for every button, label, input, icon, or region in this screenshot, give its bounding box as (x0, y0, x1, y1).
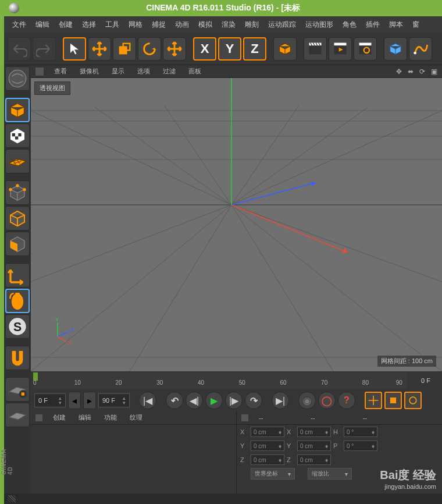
mat-menu-function[interactable]: 功能 (98, 411, 123, 424)
primitive-button[interactable] (384, 37, 407, 61)
viewport-nav-zoom-icon[interactable]: ⬌ (406, 67, 415, 76)
redo-button[interactable] (33, 37, 56, 61)
status-grip-icon[interactable] (8, 495, 16, 502)
render-view-button[interactable] (304, 37, 327, 61)
workplane2-button[interactable] (5, 403, 30, 427)
coord-system-button[interactable] (273, 37, 297, 61)
snap-s-button[interactable]: S (5, 314, 30, 339)
undo-button[interactable] (8, 37, 31, 61)
menu-window[interactable]: 窗 (408, 17, 424, 33)
timeline-ruler[interactable]: 0 10 20 30 40 50 60 70 80 90 (33, 372, 407, 389)
polygons-mode-button[interactable] (5, 232, 30, 256)
make-editable-button[interactable] (5, 66, 30, 91)
menu-sculpt[interactable]: 雕刻 (240, 17, 263, 33)
frame-start-input[interactable]: 0 F▴▾ (34, 393, 66, 407)
pos-y-input[interactable]: 0 cm♦ (251, 441, 284, 451)
menu-animate[interactable]: 动画 (170, 17, 194, 33)
y-axis-button[interactable]: Y (218, 37, 241, 61)
menu-plugins[interactable]: 插件 (361, 17, 384, 33)
edges-mode-button[interactable] (5, 206, 30, 230)
size-y-input[interactable]: 0 cm♦ (297, 441, 331, 451)
menu-mograph[interactable]: 运动图形 (301, 17, 338, 33)
goto-end-button[interactable]: ▶| (272, 392, 289, 409)
rot-h-label: H (333, 428, 341, 435)
svg-point-10 (414, 51, 416, 54)
viewport-grip-icon[interactable] (35, 68, 44, 76)
menu-tools[interactable]: 工具 (101, 17, 124, 33)
svg-line-52 (58, 336, 67, 342)
model-mode-button[interactable] (5, 98, 30, 122)
prev-frame-button[interactable]: ◀| (186, 392, 203, 409)
size-x-input[interactable]: 0 cm♦ (297, 427, 331, 437)
viewport-menu-view[interactable]: 查看 (48, 65, 73, 77)
key-pos-button[interactable] (365, 392, 382, 409)
x-axis-button[interactable]: X (193, 37, 216, 61)
pos-x-input[interactable]: 0 cm♦ (251, 427, 284, 437)
menu-simulate[interactable]: 模拟 (194, 17, 217, 33)
move-button[interactable] (88, 37, 111, 61)
spline-button[interactable] (409, 37, 432, 61)
menu-snap[interactable]: 捕捉 (147, 17, 170, 33)
last-tool-button[interactable] (163, 37, 186, 61)
svg-line-41 (231, 205, 442, 371)
key-scale-button[interactable] (384, 392, 402, 409)
frame-end-input[interactable]: 90 F▴▾ (98, 393, 130, 407)
viewport-menu-display[interactable]: 显示 (106, 65, 130, 77)
coord-system-dropdown[interactable]: 世界坐标▾ (251, 468, 295, 480)
workplane-button[interactable] (5, 149, 30, 173)
mat-menu-edit[interactable]: 编辑 (73, 411, 97, 424)
coord-z-label: Z (240, 456, 248, 463)
live-select-button[interactable] (63, 37, 86, 61)
size-z-input[interactable]: 0 cm♦ (297, 455, 331, 465)
mat-menu-create[interactable]: 创建 (47, 411, 72, 424)
z-axis-button[interactable]: Z (243, 37, 266, 61)
magnet-button[interactable] (5, 346, 30, 370)
viewport-menu-filter[interactable]: 过滤 (157, 65, 181, 77)
viewport-menu-cameras[interactable]: 摄像机 (74, 65, 105, 77)
rotate-button[interactable] (138, 37, 161, 61)
viewport-nav-move-icon[interactable]: ✥ (394, 67, 404, 76)
menu-character[interactable]: 角色 (338, 17, 361, 33)
key-rot-button[interactable] (404, 392, 422, 409)
range-next-button[interactable]: ▸ (83, 392, 96, 409)
menu-script[interactable]: 脚本 (384, 17, 408, 33)
rot-h-input[interactable]: 0 °♦ (344, 427, 377, 437)
points-mode-button[interactable] (5, 180, 30, 205)
rot-p-input[interactable]: 0 °♦ (344, 441, 377, 451)
next-frame-button[interactable]: |▶ (225, 392, 243, 409)
menu-file[interactable]: 文件 (8, 17, 31, 33)
rot-p-label: P (333, 442, 341, 449)
viewport-menu-options[interactable]: 选项 (131, 65, 156, 77)
render-pv-button[interactable] (329, 37, 352, 61)
scale-button[interactable] (113, 37, 136, 61)
menu-create[interactable]: 创建 (54, 17, 77, 33)
record-button[interactable]: ◉ (298, 392, 316, 409)
viewport-solo-button[interactable] (5, 289, 30, 313)
autokey-button[interactable]: ◯ (318, 392, 336, 409)
range-prev-button[interactable]: ◂ (68, 392, 81, 409)
scale-mode-dropdown[interactable]: 缩放比▾ (308, 468, 352, 480)
viewport-menu-panel[interactable]: 面板 (183, 65, 207, 77)
menu-select[interactable]: 选择 (77, 17, 101, 33)
menu-render[interactable]: 渲染 (217, 17, 240, 33)
viewport-3d[interactable]: 透视视图 Y Z X 网格间距 : 100 cm (31, 78, 442, 371)
menu-bar: 文件 编辑 创建 选择 工具 网格 捕捉 动画 模拟 渲染 雕刻 运动跟踪 运动… (4, 16, 442, 33)
mat-menu-texture[interactable]: 纹理 (124, 411, 148, 424)
panel-grip-icon[interactable] (241, 414, 248, 421)
play-button[interactable]: ▶ (205, 392, 223, 409)
locked-workplane-button[interactable] (5, 377, 30, 402)
texture-mode-button[interactable] (5, 123, 30, 148)
render-settings-button[interactable] (354, 37, 377, 61)
viewport-nav-rotate-icon[interactable]: ⟳ (418, 67, 427, 76)
goto-start-button[interactable]: |◀ (139, 392, 156, 409)
menu-mesh[interactable]: 网格 (124, 17, 147, 33)
axis-button[interactable] (5, 263, 30, 288)
viewport-toggle-icon[interactable]: ▣ (429, 67, 439, 76)
pos-z-input[interactable]: 0 cm♦ (251, 455, 284, 465)
next-key-button[interactable]: ↷ (245, 392, 262, 409)
menu-edit[interactable]: 编辑 (31, 17, 54, 33)
panel-grip-icon[interactable] (35, 414, 42, 421)
menu-tracker[interactable]: 运动跟踪 (263, 17, 301, 33)
prev-key-button[interactable]: ↶ (166, 392, 183, 409)
keyframe-options-button[interactable]: ? (338, 392, 355, 409)
